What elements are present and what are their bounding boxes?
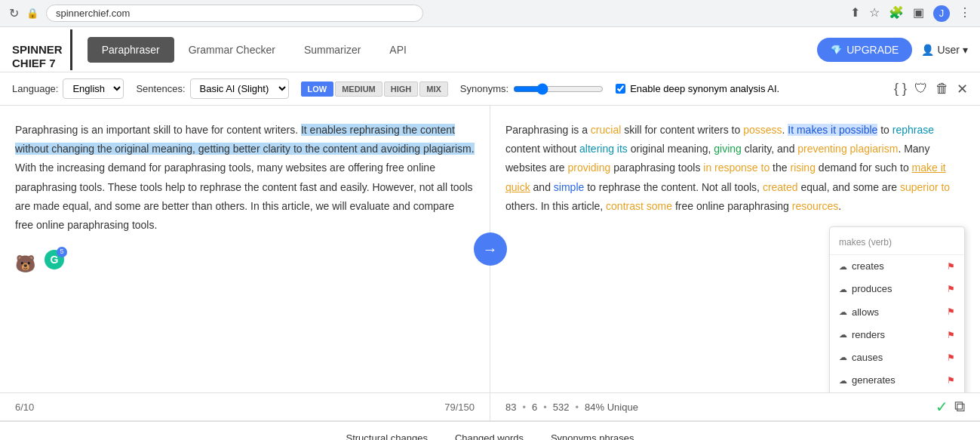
level-buttons: LOW MEDIUM HIGH MIX: [301, 82, 448, 97]
word-altering[interactable]: altering its: [579, 143, 628, 155]
paraphrase-arrow-button[interactable]: →: [474, 232, 507, 266]
synonyms-group: Synonyms:: [460, 83, 604, 95]
layout-icon[interactable]: ▣: [913, 5, 924, 22]
flag-icon[interactable]: ⚑: [947, 282, 955, 297]
flag-icon[interactable]: ⚑: [947, 328, 955, 343]
word-contrast[interactable]: contrast some: [606, 200, 672, 212]
copy-icon[interactable]: ⧉: [954, 398, 965, 416]
word-possess[interactable]: possess: [743, 124, 782, 136]
synonym-item-enables[interactable]: ☁ enables ⚑: [830, 392, 964, 392]
synonym-item-generates[interactable]: ☁ generates ⚑: [830, 369, 964, 392]
tab-paraphraser[interactable]: Paraphraser: [88, 37, 174, 63]
left-text: Paraphrasing is an important skill to ha…: [15, 121, 475, 235]
synonyms-label: Synonyms:: [460, 83, 508, 94]
flag-icon[interactable]: ⚑: [947, 259, 955, 274]
tab-summarizer[interactable]: Summarizer: [290, 37, 375, 63]
word-providing[interactable]: providing: [567, 162, 610, 174]
char-count-stat: 532: [553, 402, 570, 413]
level-low-button[interactable]: LOW: [301, 82, 334, 97]
menu-icon[interactable]: ⋮: [959, 5, 971, 22]
header-right: UPGRADE 👤 User ▾: [817, 38, 968, 62]
language-group: Language: English: [12, 78, 124, 99]
user-icon: 👤: [921, 44, 934, 56]
flag-icon[interactable]: ⚑: [947, 373, 955, 388]
grammarly-icon: G 5: [45, 250, 64, 278]
profile-icon[interactable]: J: [933, 5, 950, 22]
logo: SPINNERCHIEF 7: [12, 29, 72, 70]
synonym-item-causes[interactable]: ☁ causes ⚑: [830, 346, 964, 369]
highlighted-phrase[interactable]: It makes it possible: [788, 124, 877, 136]
tab-api[interactable]: API: [375, 37, 421, 63]
extension-icon[interactable]: 🧩: [889, 5, 904, 22]
browser-bar: ↻ 🔒 spinnerchief.com ⬆ ☆ 🧩 ▣ J ⋮: [0, 0, 980, 27]
shield-icon[interactable]: 🛡: [914, 81, 928, 97]
level-mix-button[interactable]: MIX: [419, 82, 448, 97]
word-giving[interactable]: giving: [714, 143, 742, 155]
synonym-label: causes: [852, 349, 883, 366]
star-icon[interactable]: ☆: [869, 5, 880, 22]
right-footer-icons: ✓ ⧉: [935, 398, 965, 416]
sentences-select[interactable]: Basic AI (Slight): [190, 78, 289, 99]
share-icon[interactable]: ⬆: [850, 5, 860, 22]
sentence-count-stat: 6: [532, 402, 537, 413]
synonym-item-renders[interactable]: ☁ renders ⚑: [830, 324, 964, 346]
tab-changed-words[interactable]: Changed words: [441, 428, 537, 440]
toolbar: Language: English Sentences: Basic AI (S…: [0, 72, 980, 106]
word-preventing[interactable]: preventing plagiarism: [797, 143, 898, 155]
word-rising[interactable]: rising: [790, 162, 815, 174]
deep-analysis-checkbox[interactable]: [616, 84, 625, 94]
grammarly-badge: 5: [57, 247, 67, 257]
left-panel-footer: 6/10 79/150: [0, 393, 490, 420]
check-icon[interactable]: ✓: [935, 398, 948, 416]
right-text: Paraphrasing is a crucial skill for cont…: [505, 121, 965, 216]
user-button[interactable]: 👤 User ▾: [921, 44, 968, 56]
upgrade-button[interactable]: UPGRADE: [817, 38, 912, 62]
synonym-slider[interactable]: [513, 83, 604, 95]
word-superior[interactable]: superior to: [900, 181, 950, 193]
synonym-item-creates[interactable]: ☁ creates ⚑: [830, 255, 964, 278]
paraphraser-bear-icon: 🐻: [15, 250, 35, 278]
language-select[interactable]: English: [63, 78, 124, 99]
cloud-icon: ☁: [839, 282, 847, 297]
synonym-item-produces[interactable]: ☁ produces ⚑: [830, 278, 964, 300]
synonym-label: renders: [852, 327, 885, 343]
browser-icons: ⬆ ☆ 🧩 ▣ J ⋮: [850, 5, 971, 22]
refresh-icon[interactable]: ↻: [9, 6, 19, 20]
word-rephrase[interactable]: rephrase: [892, 124, 934, 136]
close-icon[interactable]: ✕: [957, 81, 968, 97]
synonym-label: produces: [852, 281, 892, 297]
left-char-count: 79/150: [444, 402, 475, 413]
level-high-button[interactable]: HIGH: [384, 82, 419, 97]
panels-row: Paraphrasing is an important skill to ha…: [0, 106, 980, 392]
sentences-group: Sentences: Basic AI (Slight): [136, 78, 288, 99]
left-panel[interactable]: Paraphrasing is an important skill to ha…: [0, 106, 490, 392]
tab-grammar-checker[interactable]: Grammar Checker: [174, 37, 290, 63]
cloud-icon: ☁: [839, 328, 847, 342]
url-bar[interactable]: spinnerchief.com: [46, 5, 423, 22]
level-medium-button[interactable]: MEDIUM: [335, 82, 382, 97]
word-resources[interactable]: resources: [792, 200, 838, 212]
synonym-dropdown: makes (verb) ☁ creates ⚑ ☁ produces ⚑: [829, 226, 965, 392]
right-panel[interactable]: Paraphrasing is a crucial skill for cont…: [490, 106, 980, 392]
word-created[interactable]: created: [763, 181, 798, 193]
flag-icon[interactable]: ⚑: [947, 350, 955, 365]
lock-icon: 🔒: [26, 8, 38, 19]
stats-bar: 83 • 6 • 532 • 84% Unique: [505, 402, 638, 413]
footers-row: 6/10 79/150 83 • 6 • 532 • 84% Unique ✓ …: [0, 392, 980, 420]
flag-icon[interactable]: ⚑: [947, 304, 955, 319]
panels-wrapper: Paraphrasing is an important skill to ha…: [0, 106, 980, 420]
synonym-label: generates: [852, 372, 896, 389]
word-simple[interactable]: simple: [554, 181, 584, 193]
user-label: User: [937, 44, 960, 56]
code-icon[interactable]: { }: [894, 81, 907, 97]
dot-1: •: [522, 402, 526, 413]
left-panel-tool-icons: 🐻 G 5: [15, 250, 475, 278]
tab-synonyms-phrases[interactable]: Synonyms phrases: [537, 428, 648, 440]
word-crucial[interactable]: crucial: [591, 124, 621, 136]
unique-stat: 84% Unique: [585, 402, 638, 413]
tab-structural-changes[interactable]: Structural changes: [332, 428, 441, 440]
synonym-item-allows[interactable]: ☁ allows ⚑: [830, 301, 964, 324]
delete-icon[interactable]: 🗑: [935, 81, 949, 97]
synonym-label: allows: [852, 304, 879, 321]
word-in-response[interactable]: in response to: [703, 162, 770, 174]
